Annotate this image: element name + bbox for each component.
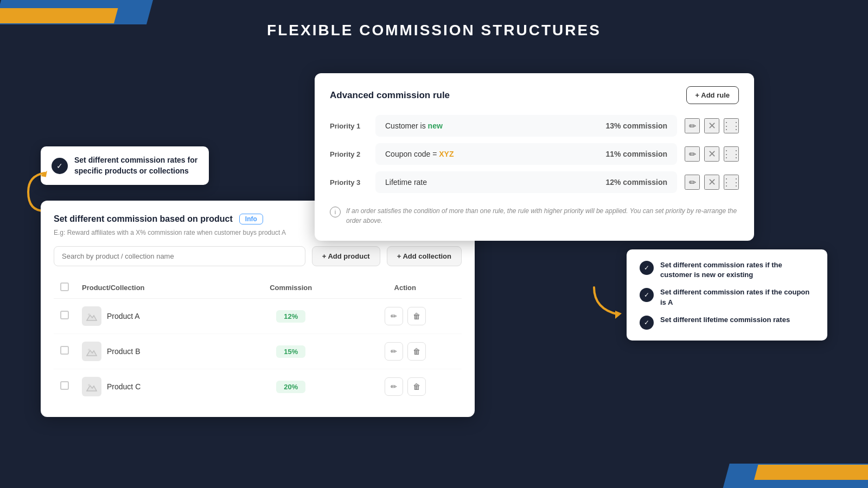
- row-commission-cell: 15%: [233, 334, 349, 369]
- commission-badge: 15%: [276, 345, 305, 358]
- callout-left: ✓ Set different commission rates for spe…: [41, 146, 209, 185]
- search-actions: + Add product + Add collection: [54, 246, 462, 266]
- action-cell: ✏ 🗑: [355, 342, 455, 361]
- priority-description: Lifetime rate: [385, 178, 427, 187]
- action-cell: ✏ 🗑: [355, 307, 455, 325]
- delete-button[interactable]: 🗑: [407, 342, 426, 361]
- product-cell: Product A: [82, 306, 227, 326]
- info-badge[interactable]: Info: [239, 214, 263, 224]
- info-icon: i: [330, 207, 341, 217]
- col-header-commission: Commission: [233, 277, 349, 299]
- priority-actions: ✏ ✕ ⋮⋮: [685, 118, 739, 133]
- table-row: Product A 12% ✏ 🗑: [54, 299, 462, 334]
- advanced-panel: Advanced commission rule + Add rule Prio…: [315, 73, 754, 241]
- add-rule-button[interactable]: + Add rule: [686, 86, 739, 104]
- row-checkbox-cell: [54, 299, 75, 334]
- drag-priority-button[interactable]: ⋮⋮: [724, 118, 739, 133]
- delete-button[interactable]: 🗑: [407, 307, 426, 325]
- check-icon: ✓: [640, 288, 654, 302]
- info-note: i If an order satisfies the condition of…: [330, 200, 739, 228]
- callout-right-item: ✓ Set different commission rates if the …: [640, 260, 814, 280]
- svg-point-3: [88, 384, 90, 386]
- check-icon: ✓: [640, 316, 654, 330]
- priority-card: Coupon code = XYZ 11% commission: [375, 143, 677, 165]
- info-note-text: If an order satisfies the condition of m…: [346, 206, 739, 226]
- product-panel-title: Set different commission based on produc…: [54, 214, 233, 224]
- col-header-product: Product/Collection: [75, 277, 233, 299]
- product-table: Product/Collection Commission Action: [54, 277, 462, 404]
- svg-point-1: [88, 313, 90, 316]
- row-product-cell: Product B: [75, 334, 233, 369]
- callout-right-item: ✓ Set different lifetime commission rate…: [640, 315, 814, 330]
- drag-priority-button[interactable]: ⋮⋮: [724, 175, 739, 190]
- add-product-button[interactable]: + Add product: [312, 246, 380, 266]
- row-checkbox-cell: [54, 369, 75, 404]
- table-row: Product B 15% ✏ 🗑: [54, 334, 462, 369]
- row-checkbox[interactable]: [60, 311, 69, 319]
- callout-item-text: Set different lifetime commission rates: [660, 315, 790, 325]
- product-icon: [82, 377, 101, 396]
- priority-row: Priority 1 Customer is new 13% commissio…: [330, 115, 739, 137]
- priority-desc-prefix: Coupon code =: [385, 150, 439, 158]
- row-commission-cell: 12%: [233, 299, 349, 334]
- check-icon: ✓: [640, 261, 654, 275]
- col-header-action: Action: [349, 277, 462, 299]
- product-icon: [82, 342, 101, 361]
- edit-priority-button[interactable]: ✏: [685, 175, 700, 190]
- callout-left-text: Set different commission rates for speci…: [74, 155, 198, 176]
- product-cell: Product B: [82, 342, 227, 361]
- edit-priority-button[interactable]: ✏: [685, 118, 700, 133]
- priority-label: Priority 1: [330, 122, 368, 130]
- header-checkbox[interactable]: [60, 282, 69, 291]
- callout-right-item: ✓ Set different commission rates if the …: [640, 287, 814, 307]
- edit-button[interactable]: ✏: [385, 307, 403, 325]
- priority-label: Priority 2: [330, 150, 368, 158]
- commission-badge: 20%: [276, 381, 305, 393]
- priorities-container: Priority 1 Customer is new 13% commissio…: [330, 115, 739, 193]
- priority-commission: 12% commission: [605, 178, 667, 187]
- action-cell: ✏ 🗑: [355, 377, 455, 396]
- callout-item-text: Set different commission rates if the cu…: [660, 260, 814, 280]
- row-action-cell: ✏ 🗑: [349, 299, 462, 334]
- priority-description: Customer is new: [385, 121, 443, 130]
- remove-priority-button[interactable]: ✕: [704, 175, 719, 190]
- edit-button[interactable]: ✏: [385, 377, 403, 396]
- drag-priority-button[interactable]: ⋮⋮: [724, 146, 739, 162]
- edit-priority-button[interactable]: ✏: [685, 146, 700, 162]
- table-row: Product C 20% ✏ 🗑: [54, 369, 462, 404]
- priority-desc-highlight: new: [428, 121, 443, 130]
- row-checkbox[interactable]: [60, 381, 69, 390]
- svg-point-2: [88, 349, 90, 351]
- advanced-panel-title: Advanced commission rule: [330, 90, 450, 101]
- product-name: Product A: [107, 312, 140, 320]
- row-product-cell: Product C: [75, 369, 233, 404]
- row-product-cell: Product A: [75, 299, 233, 334]
- remove-priority-button[interactable]: ✕: [704, 146, 719, 162]
- check-icon: ✓: [52, 158, 68, 174]
- priority-desc-highlight: XYZ: [439, 150, 454, 158]
- product-name: Product B: [107, 347, 140, 356]
- priority-row: Priority 3 Lifetime rate 12% commission …: [330, 171, 739, 193]
- search-input[interactable]: [54, 246, 305, 266]
- add-collection-button[interactable]: + Add collection: [387, 246, 462, 266]
- callout-right: ✓ Set different commission rates if the …: [627, 249, 827, 341]
- product-cell: Product C: [82, 377, 227, 396]
- priority-card: Lifetime rate 12% commission: [375, 171, 677, 193]
- remove-priority-button[interactable]: ✕: [704, 118, 719, 133]
- corner-decoration-br: [705, 445, 868, 488]
- row-action-cell: ✏ 🗑: [349, 369, 462, 404]
- corner-decoration-tl: [0, 0, 163, 33]
- priority-description: Coupon code = XYZ: [385, 150, 454, 158]
- row-commission-cell: 20%: [233, 369, 349, 404]
- priority-commission: 11% commission: [605, 150, 667, 158]
- product-icon: [82, 306, 101, 326]
- row-checkbox[interactable]: [60, 346, 69, 355]
- product-name: Product C: [107, 382, 141, 391]
- edit-button[interactable]: ✏: [385, 342, 403, 361]
- callout-item-text: Set different commission rates if the co…: [660, 287, 814, 307]
- delete-button[interactable]: 🗑: [407, 377, 426, 396]
- priority-desc: Lifetime rate: [385, 178, 427, 187]
- svg-marker-4: [615, 311, 622, 319]
- advanced-panel-header: Advanced commission rule + Add rule: [330, 86, 739, 104]
- priority-commission: 13% commission: [605, 121, 667, 130]
